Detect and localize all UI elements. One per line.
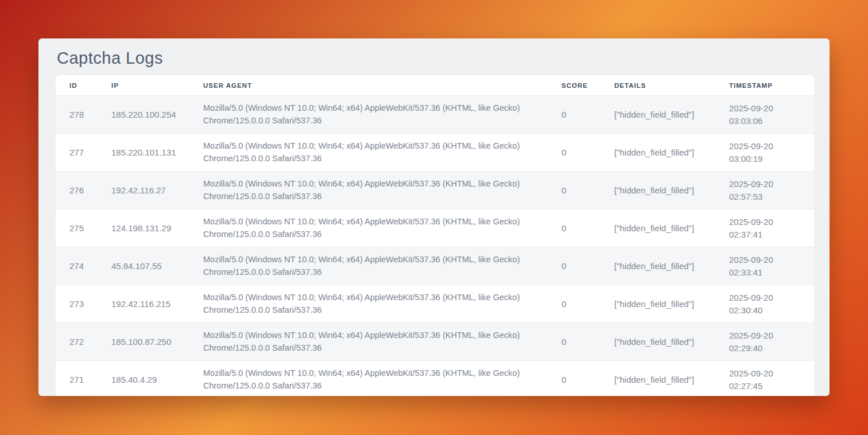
- cell-user-agent: Mozilla/5.0 (Windows NT 10.0; Win64; x64…: [189, 361, 548, 397]
- cell-score: 0: [548, 209, 600, 247]
- cell-score: 0: [548, 247, 600, 285]
- cell-id: 275: [56, 209, 98, 247]
- table-row: 278185.220.100.254Mozilla/5.0 (Windows N…: [56, 96, 814, 134]
- column-header-ip: IP: [98, 75, 189, 96]
- table-row: 276192.42.116.27Mozilla/5.0 (Windows NT …: [56, 172, 814, 209]
- cell-id: 272: [56, 323, 98, 361]
- table-row: 277185.220.101.131Mozilla/5.0 (Windows N…: [56, 134, 814, 172]
- column-header-user-agent: USER AGENT: [189, 75, 548, 96]
- cell-user-agent: Mozilla/5.0 (Windows NT 10.0; Win64; x64…: [189, 134, 548, 172]
- cell-timestamp: 2025-09-20 02:57:53: [715, 172, 814, 209]
- captcha-logs-card: Captcha Logs ID IP USER AGENT SCORE DETA…: [38, 38, 830, 396]
- page-background: Captcha Logs ID IP USER AGENT SCORE DETA…: [0, 0, 868, 435]
- table-row: 275124.198.131.29Mozilla/5.0 (Windows NT…: [56, 209, 814, 247]
- table-row: 272185.100.87.250Mozilla/5.0 (Windows NT…: [56, 323, 814, 361]
- cell-details: ["hidden_field_filled"]: [600, 172, 715, 209]
- cell-score: 0: [548, 134, 600, 172]
- column-header-id: ID: [56, 75, 98, 96]
- cell-user-agent: Mozilla/5.0 (Windows NT 10.0; Win64; x64…: [189, 172, 548, 209]
- table-header-row: ID IP USER AGENT SCORE DETAILS TIMESTAMP: [56, 75, 814, 96]
- cell-details: ["hidden_field_filled"]: [600, 323, 715, 361]
- cell-id: 277: [56, 134, 98, 172]
- table-row: 27445.84.107.55Mozilla/5.0 (Windows NT 1…: [56, 247, 814, 285]
- page-title: Captcha Logs: [56, 38, 814, 75]
- cell-score: 0: [548, 361, 600, 397]
- cell-id: 278: [56, 96, 98, 134]
- cell-details: ["hidden_field_filled"]: [600, 285, 715, 323]
- cell-ip: 192.42.116.215: [98, 285, 189, 323]
- cell-score: 0: [548, 172, 600, 209]
- cell-ip: 185.220.100.254: [98, 96, 189, 134]
- cell-ip: 124.198.131.29: [98, 209, 189, 247]
- cell-timestamp: 2025-09-20 02:30:40: [715, 285, 814, 323]
- table-row: 271185.40.4.29Mozilla/5.0 (Windows NT 10…: [56, 361, 814, 397]
- cell-id: 274: [56, 247, 98, 285]
- cell-details: ["hidden_field_filled"]: [600, 96, 715, 134]
- cell-timestamp: 2025-09-20 03:00:19: [715, 134, 814, 172]
- cell-details: ["hidden_field_filled"]: [600, 209, 715, 247]
- column-header-score: SCORE: [548, 75, 600, 96]
- logs-table-container[interactable]: ID IP USER AGENT SCORE DETAILS TIMESTAMP…: [56, 75, 814, 396]
- cell-ip: 185.100.87.250: [98, 323, 189, 361]
- column-header-timestamp: TIMESTAMP: [715, 75, 814, 96]
- cell-details: ["hidden_field_filled"]: [600, 361, 715, 397]
- cell-details: ["hidden_field_filled"]: [600, 134, 715, 172]
- cell-timestamp: 2025-09-20 02:29:40: [715, 323, 814, 361]
- cell-id: 273: [56, 285, 98, 323]
- cell-timestamp: 2025-09-20 03:03:06: [715, 96, 814, 134]
- cell-user-agent: Mozilla/5.0 (Windows NT 10.0; Win64; x64…: [189, 285, 548, 323]
- cell-timestamp: 2025-09-20 02:37:41: [715, 209, 814, 247]
- cell-user-agent: Mozilla/5.0 (Windows NT 10.0; Win64; x64…: [189, 247, 548, 285]
- cell-ip: 45.84.107.55: [98, 247, 189, 285]
- cell-id: 276: [56, 172, 98, 209]
- cell-id: 271: [56, 361, 98, 397]
- cell-score: 0: [548, 285, 600, 323]
- captcha-logs-table: ID IP USER AGENT SCORE DETAILS TIMESTAMP…: [56, 75, 814, 396]
- table-row: 273192.42.116.215Mozilla/5.0 (Windows NT…: [56, 285, 814, 323]
- cell-score: 0: [548, 323, 600, 361]
- cell-score: 0: [548, 96, 600, 134]
- cell-ip: 192.42.116.27: [98, 172, 189, 209]
- cell-timestamp: 2025-09-20 02:33:41: [715, 247, 814, 285]
- cell-user-agent: Mozilla/5.0 (Windows NT 10.0; Win64; x64…: [189, 323, 548, 361]
- cell-details: ["hidden_field_filled"]: [600, 247, 715, 285]
- cell-timestamp: 2025-09-20 02:27:45: [715, 361, 814, 397]
- cell-ip: 185.40.4.29: [98, 361, 189, 397]
- cell-ip: 185.220.101.131: [98, 134, 189, 172]
- table-body: 278185.220.100.254Mozilla/5.0 (Windows N…: [56, 96, 814, 397]
- cell-user-agent: Mozilla/5.0 (Windows NT 10.0; Win64; x64…: [189, 96, 548, 134]
- column-header-details: DETAILS: [600, 75, 715, 96]
- cell-user-agent: Mozilla/5.0 (Windows NT 10.0; Win64; x64…: [189, 209, 548, 247]
